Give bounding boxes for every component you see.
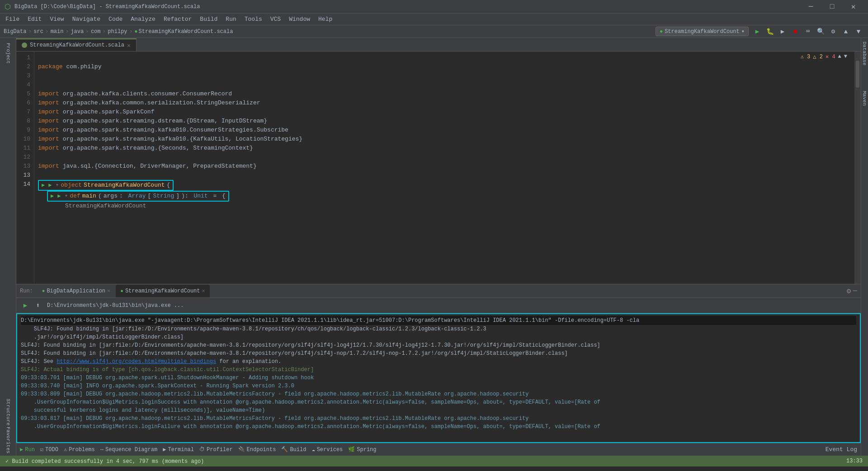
maximize-button[interactable]: □ bbox=[822, 0, 842, 14]
debug-object-btn[interactable]: ▶ bbox=[48, 181, 52, 190]
menu-build[interactable]: Build bbox=[196, 15, 221, 24]
menu-code[interactable]: Code bbox=[105, 15, 126, 24]
run-button[interactable]: ▶ bbox=[751, 26, 763, 38]
search-button[interactable]: 🔍 bbox=[815, 26, 826, 38]
titlebar-controls: ─ □ ✕ bbox=[801, 0, 863, 14]
event-log-item[interactable]: Event Log bbox=[826, 446, 857, 453]
console-line-7: 09:33:03.701 [main] DEBUG org.apache.spa… bbox=[21, 374, 856, 382]
activity-bar: Project Structure Favorites bbox=[0, 38, 16, 456]
run-toolbar-icons: ▶ 🐛 ▶ ■ ⌨ 🔍 ⚙ ▲ ▼ bbox=[751, 26, 864, 38]
spring-tool-item[interactable]: 🌿 Spring bbox=[348, 446, 376, 453]
breadcrumb-java[interactable]: java bbox=[71, 28, 84, 35]
stop-button[interactable]: ■ bbox=[789, 26, 801, 38]
breadcrumb-main[interactable]: main bbox=[51, 28, 64, 35]
console-line-13: .UserGroupInformation$UgiMetrics.loginFa… bbox=[21, 423, 856, 431]
sequence-icon: ↔ bbox=[100, 447, 104, 453]
breadcrumb-philpy[interactable]: philpy bbox=[108, 28, 127, 35]
menu-edit[interactable]: Edit bbox=[24, 15, 45, 24]
warning-count[interactable]: ⚠ 3 bbox=[801, 53, 811, 60]
menu-file[interactable]: File bbox=[2, 15, 23, 24]
error-count[interactable]: ✕ 4 bbox=[826, 53, 835, 60]
database-tab[interactable]: Database bbox=[861, 38, 868, 69]
minimize-button[interactable]: ─ bbox=[801, 0, 821, 14]
debug-button[interactable]: 🐛 bbox=[764, 26, 776, 38]
breadcrumb-com[interactable]: com bbox=[91, 28, 101, 35]
build-tool-item[interactable]: 🔨 Build bbox=[281, 446, 306, 453]
menu-help[interactable]: Help bbox=[315, 15, 336, 24]
settings-button[interactable]: ⚙ bbox=[827, 26, 839, 38]
endpoints-icon: 🔌 bbox=[238, 446, 245, 453]
run-step-up-icon[interactable]: ⬆ bbox=[33, 300, 43, 311]
expand-up-button[interactable]: ▲ bbox=[840, 26, 852, 38]
run-tool-item[interactable]: ▶ Run bbox=[20, 446, 35, 453]
coverage-button[interactable]: ▶ bbox=[777, 26, 788, 38]
console-line-10: .UserGroupInformation$UgiMetrics.loginSu… bbox=[21, 398, 856, 406]
close-button[interactable]: ✕ bbox=[843, 0, 863, 14]
tab-close-icon[interactable]: ✕ bbox=[127, 42, 131, 49]
run-main-btn[interactable]: ▶ bbox=[51, 192, 54, 201]
favorites-icon[interactable]: Favorites bbox=[1, 427, 15, 454]
console-line-8: 09:33:03.740 [main] INFO org.apache.spar… bbox=[21, 382, 856, 390]
editor-scrollbar[interactable] bbox=[854, 52, 861, 284]
structure-icon[interactable]: Structure bbox=[1, 399, 15, 426]
statusbar-time: 13:33 bbox=[846, 458, 863, 464]
maven-tab[interactable]: Maven bbox=[861, 87, 868, 109]
menu-vcs[interactable]: VCS bbox=[267, 15, 284, 24]
run-icon: ▶ bbox=[20, 446, 23, 453]
menu-run[interactable]: Run bbox=[222, 15, 240, 24]
console-output[interactable]: D:\Environments\jdk-8u131\bin\java.exe "… bbox=[16, 313, 861, 443]
fold-arrow-13[interactable]: ▾ bbox=[55, 181, 59, 190]
sequence-diagram-tool-item[interactable]: ↔ Sequence Diagram bbox=[100, 447, 157, 453]
endpoints-tool-item[interactable]: 🔌 Endpoints bbox=[238, 446, 276, 453]
translate-button[interactable]: ⌨ bbox=[802, 26, 814, 38]
menu-view[interactable]: View bbox=[46, 15, 67, 24]
slf4j-link[interactable]: http://www.slf4j.org/codes.html#multiple… bbox=[57, 358, 216, 365]
todo-icon: ☑ bbox=[40, 446, 43, 453]
console-line-3: SLF4J: Found binding in [jar:file:/D:/En… bbox=[21, 341, 856, 349]
run-play-icon[interactable]: ▶ bbox=[20, 300, 31, 311]
settings-icon[interactable]: ⚙ bbox=[847, 287, 851, 296]
console-line-11: successful kerberos logins and latency (… bbox=[21, 406, 856, 414]
menu-navigate[interactable]: Navigate bbox=[69, 15, 104, 24]
breadcrumb-src[interactable]: src bbox=[33, 28, 43, 35]
editor-area: StreamingKafkaWordCount.scala ✕ 1 2 3 4 … bbox=[16, 38, 861, 456]
menu-refactor[interactable]: Refactor bbox=[160, 15, 195, 24]
run-config-name[interactable]: ● StreamingKafkaWordCount ▾ bbox=[656, 27, 749, 36]
menu-tools[interactable]: Tools bbox=[241, 15, 266, 24]
console-line-9: 09:33:03.809 [main] DEBUG org.apache.had… bbox=[21, 390, 856, 398]
titlebar: ⬡ BigData [D:\Code\BigData] - StreamingK… bbox=[0, 0, 868, 14]
expand-down-button[interactable]: ▼ bbox=[853, 26, 864, 38]
run-tab-bigdata[interactable]: ● BigDataApplication ✕ bbox=[38, 285, 115, 297]
alert-count[interactable]: △ 2 bbox=[813, 53, 823, 60]
profiler-tool-item[interactable]: ⏱ Profiler bbox=[199, 446, 233, 453]
run-tab-streaming[interactable]: ● StreamingKafkaWordCount ✕ bbox=[116, 285, 209, 297]
tab-streaming-kafka[interactable]: StreamingKafkaWordCount.scala ✕ bbox=[16, 38, 137, 51]
expand-warnings-down[interactable]: ▼ bbox=[844, 53, 847, 60]
spring-icon: 🌿 bbox=[348, 446, 355, 453]
fold-arrow-14[interactable]: ▾ bbox=[64, 192, 68, 201]
terminal-tool-item[interactable]: ▶ Terminal bbox=[163, 446, 194, 453]
debug-main-btn[interactable]: ▶ bbox=[57, 192, 61, 201]
code-editor[interactable]: 1 2 3 4 5 6 7 8 9 10 11 12 13 13 bbox=[16, 52, 861, 284]
build-icon: 🔨 bbox=[281, 446, 288, 453]
run-tab-streaming-close[interactable]: ✕ bbox=[202, 287, 205, 294]
console-line-4: SLF4J: Found binding in [jar:file:/D:/En… bbox=[21, 349, 856, 358]
right-panel: Database Maven bbox=[861, 38, 868, 456]
run-object-btn[interactable]: ▶ bbox=[42, 181, 45, 190]
menu-analyze[interactable]: Analyze bbox=[127, 15, 159, 24]
problems-tool-item[interactable]: ⚠ Problems bbox=[64, 446, 95, 453]
menu-window[interactable]: Window bbox=[285, 15, 314, 24]
expand-warnings-up[interactable]: ▲ bbox=[838, 53, 841, 60]
run-panel-close-icon[interactable]: ─ bbox=[853, 287, 857, 295]
run-tab-bigdata-close[interactable]: ✕ bbox=[107, 287, 110, 294]
project-icon[interactable]: Project bbox=[1, 40, 15, 67]
services-tool-item[interactable]: ☁ Services bbox=[311, 446, 343, 453]
profiler-icon: ⏱ bbox=[199, 446, 205, 453]
run-tab-settings[interactable]: ⚙ ─ bbox=[847, 287, 857, 296]
breadcrumb-bigdata[interactable]: BigData bbox=[4, 28, 26, 35]
code-content[interactable]: package com.philpy import org.apache.kaf… bbox=[34, 52, 854, 284]
run-config-selector[interactable]: ● StreamingKafkaWordCount ▾ bbox=[656, 27, 749, 36]
scrollbar-thumb[interactable] bbox=[856, 61, 859, 88]
todo-tool-item[interactable]: ☑ TODO bbox=[40, 446, 58, 453]
run-tabs: Run: ● BigDataApplication ✕ ● StreamingK… bbox=[16, 284, 861, 298]
